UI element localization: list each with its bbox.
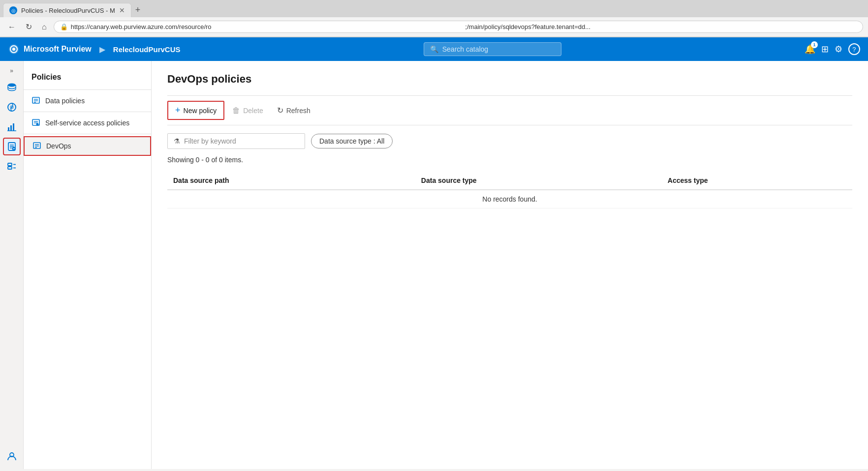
rail-icon-insights[interactable]	[3, 118, 21, 136]
delete-button[interactable]: 🗑 Delete	[226, 103, 269, 118]
svg-rect-6	[8, 127, 9, 131]
sidebar-item-self-service-label: Self-service access policies	[45, 119, 129, 127]
search-icon: 🔍	[430, 45, 438, 53]
rail-icon-data[interactable]	[3, 79, 21, 96]
svg-point-2	[12, 48, 15, 51]
svg-rect-7	[10, 125, 12, 131]
refresh-button[interactable]: ↻ Refresh	[271, 102, 316, 118]
expand-rail-button[interactable]: »	[3, 65, 21, 77]
rail-icon-user[interactable]	[3, 447, 21, 465]
content-area: DevOps policies + New policy 🗑 Delete ↻ …	[152, 61, 868, 469]
lock-icon: 🔒	[60, 23, 68, 30]
topbar: Microsoft Purview ▶ RelecloudPurvCUS 🔍 🔔…	[0, 37, 868, 61]
tab-title: Policies - RelecloudPurvCUS - M	[21, 7, 115, 14]
address-bar[interactable]: 🔒 https://canary.web.purview.azure.com/r…	[54, 21, 863, 33]
help-icon[interactable]: ?	[848, 43, 860, 55]
col-access-type: Access type	[662, 172, 852, 190]
col-data-source-path: Data source path	[167, 172, 415, 190]
datasource-type-filter[interactable]: Data source type : All	[311, 134, 393, 148]
browser-toolbar: ← ↻ ⌂ 🔒 https://canary.web.purview.azure…	[0, 17, 868, 37]
reload-button[interactable]: ↻	[23, 20, 35, 33]
tab-favicon	[9, 6, 17, 14]
sidebar-item-self-service[interactable]: Self-service access policies	[24, 114, 151, 132]
topbar-separator: ▶	[99, 45, 105, 54]
devops-icon	[32, 142, 41, 150]
url-left: https://canary.web.purview.azure.com/res…	[71, 23, 463, 30]
toolbar: + New policy 🗑 Delete ↻ Refresh	[167, 95, 852, 125]
active-tab[interactable]: Policies - RelecloudPurvCUS - M ✕	[3, 3, 131, 17]
svg-point-14	[12, 147, 15, 150]
refresh-icon: ↻	[277, 106, 283, 115]
svg-point-27	[36, 123, 39, 126]
browser-chrome: Policies - RelecloudPurvCUS - M ✕ + ← ↻ …	[0, 0, 868, 37]
no-records-row: No records found.	[167, 190, 852, 208]
search-input[interactable]	[442, 45, 551, 53]
new-tab-button[interactable]: +	[131, 3, 145, 17]
filter-icon: ⚗	[174, 137, 180, 145]
back-button[interactable]: ←	[5, 21, 19, 33]
topbar-actions: 🔔 1 ⊞ ⚙ ?	[805, 43, 860, 55]
svg-rect-16	[8, 167, 12, 169]
sidebar-header: Policies	[24, 69, 151, 88]
data-policies-icon	[31, 96, 40, 105]
purview-logo-icon	[8, 43, 20, 55]
new-policy-label: New policy	[184, 107, 217, 115]
home-button[interactable]: ⌂	[39, 21, 50, 33]
sidebar: Policies Data policies Self-service acce…	[24, 61, 152, 469]
table-header: Data source path Data source type Access…	[167, 172, 852, 190]
sidebar-divider-2	[24, 112, 151, 112]
app: Microsoft Purview ▶ RelecloudPurvCUS 🔍 🔔…	[0, 37, 868, 469]
rail-icon-policy[interactable]	[3, 138, 21, 155]
sidebar-item-devops-label: DevOps	[46, 142, 71, 150]
sidebar-item-data-policies-label: Data policies	[45, 97, 85, 105]
col-data-source-type: Data source type	[415, 172, 662, 190]
table-body: No records found.	[167, 190, 852, 208]
rail-icon-tools[interactable]	[3, 157, 21, 175]
self-service-icon	[31, 118, 40, 127]
notification-bell-wrapper: 🔔 1	[805, 44, 815, 55]
filter-row: ⚗ Data source type : All	[167, 133, 852, 149]
search-bar[interactable]: 🔍	[424, 42, 561, 56]
browser-tabs: Policies - RelecloudPurvCUS - M ✕ +	[0, 0, 868, 17]
svg-rect-15	[8, 163, 12, 166]
icon-rail: »	[0, 61, 24, 469]
delete-label: Delete	[243, 107, 263, 115]
plus-icon: +	[175, 105, 181, 116]
new-policy-button[interactable]: + New policy	[167, 101, 224, 120]
trash-icon: 🗑	[232, 106, 240, 115]
grid-icon[interactable]: ⊞	[821, 44, 829, 55]
brand-name: Microsoft Purview	[24, 45, 92, 54]
svg-point-3	[8, 84, 16, 87]
rail-icon-catalog[interactable]	[3, 98, 21, 116]
settings-icon[interactable]: ⚙	[835, 44, 842, 55]
url-right: ;/main/policy/sqldevops?feature.tenant=d…	[465, 23, 857, 30]
main-body: » Policies	[0, 61, 868, 469]
topbar-org: RelecloudPurvCUS	[113, 45, 181, 54]
content-inner: DevOps policies + New policy 🗑 Delete ↻ …	[152, 61, 868, 220]
no-records-message: No records found.	[167, 190, 852, 208]
svg-rect-8	[13, 123, 14, 131]
sidebar-divider-1	[24, 89, 151, 90]
showing-text: Showing 0 - 0 of 0 items.	[167, 156, 852, 164]
page-title: DevOps policies	[167, 73, 852, 86]
keyword-filter[interactable]: ⚗	[167, 133, 305, 149]
data-table: Data source path Data source type Access…	[167, 172, 852, 208]
refresh-label: Refresh	[286, 107, 310, 115]
brand-logo: Microsoft Purview	[8, 43, 92, 55]
datasource-filter-label: Data source type : All	[319, 137, 384, 145]
close-tab-button[interactable]: ✕	[119, 6, 125, 14]
notification-badge: 1	[811, 41, 818, 48]
keyword-input[interactable]	[184, 137, 292, 145]
sidebar-divider-3	[24, 134, 151, 134]
sidebar-item-data-policies[interactable]: Data policies	[24, 92, 151, 110]
sidebar-item-devops[interactable]: DevOps	[24, 136, 151, 156]
